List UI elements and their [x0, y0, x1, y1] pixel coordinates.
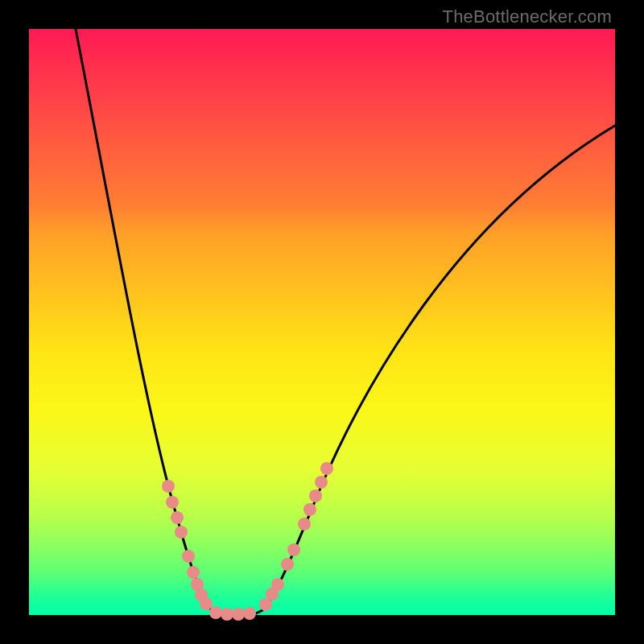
- marker-dot: [171, 511, 184, 524]
- marker-dot: [209, 606, 222, 619]
- marker-dot: [281, 558, 294, 571]
- marker-dot: [200, 597, 213, 610]
- marker-dot: [271, 578, 284, 591]
- marker-dot: [166, 496, 179, 509]
- marker-dot: [320, 462, 333, 475]
- marker-dot: [187, 566, 200, 579]
- curve-left: [76, 29, 216, 614]
- marker-dot: [175, 526, 188, 539]
- marker-dot: [303, 503, 316, 516]
- marker-dot: [298, 518, 311, 530]
- marker-dot: [162, 480, 175, 493]
- marker-dot: [221, 608, 233, 621]
- marker-dot: [243, 607, 256, 620]
- marker-dot: [232, 608, 245, 621]
- marker-dot: [309, 489, 322, 502]
- marker-dot: [182, 550, 195, 563]
- marker-dot: [287, 543, 300, 556]
- curve-right: [254, 126, 615, 614]
- watermark-text: TheBottlenecker.com: [443, 6, 612, 27]
- marker-dot: [315, 476, 328, 489]
